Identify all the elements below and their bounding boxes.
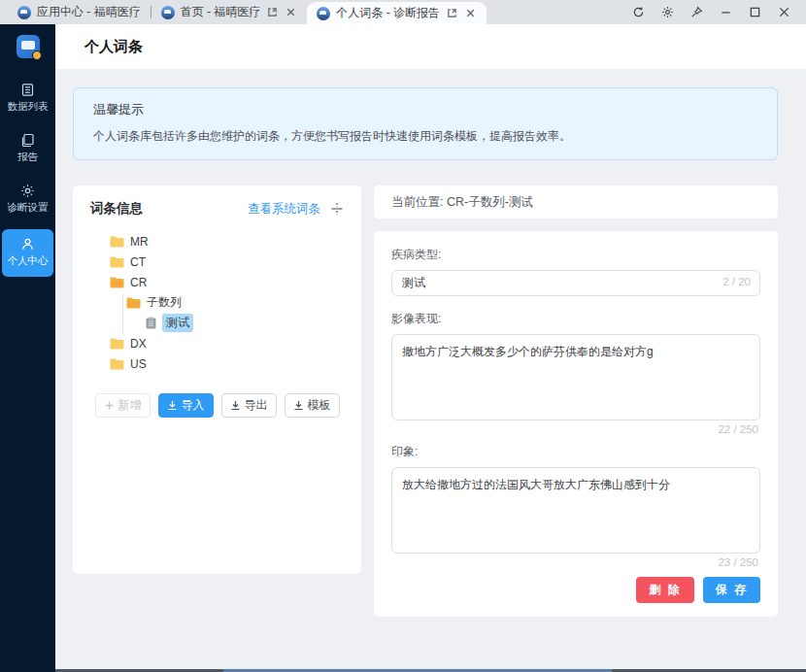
tree-node-label: 子数列 bbox=[147, 294, 182, 311]
tree-node-label: CT bbox=[130, 255, 146, 269]
tree-node-ct[interactable]: CT bbox=[90, 252, 344, 272]
current-position-text: 当前位置: CR-子数列-测试 bbox=[391, 194, 533, 211]
settings-gear-icon[interactable] bbox=[653, 0, 682, 24]
folder-icon bbox=[110, 256, 124, 268]
disease-type-input[interactable] bbox=[391, 270, 760, 296]
download-icon bbox=[293, 400, 304, 411]
folder-icon bbox=[110, 236, 124, 248]
tree-node-us[interactable]: US bbox=[90, 353, 344, 374]
popout-icon[interactable] bbox=[266, 6, 279, 18]
tab-personal-entries[interactable]: 个人词条 - 诊断报告 bbox=[307, 2, 487, 24]
tree-node-dx[interactable]: DX bbox=[90, 333, 344, 353]
export-button[interactable]: 导出 bbox=[221, 393, 277, 418]
sidebar-item-data-list[interactable]: 数据列表 bbox=[2, 78, 53, 119]
tab-title: 应用中心 - 福晴医疗 bbox=[37, 4, 141, 20]
report-icon bbox=[20, 133, 35, 148]
tree-node-label: MR bbox=[130, 235, 149, 249]
entry-tree: MR CT CR 子数列 bbox=[90, 231, 344, 374]
tree-indent-guide bbox=[122, 293, 123, 333]
tree-node-subseries[interactable]: 子数列 bbox=[90, 292, 344, 313]
download-icon bbox=[167, 400, 178, 411]
tab-close-icon[interactable] bbox=[464, 7, 477, 19]
imaging-findings-textarea[interactable]: 撒地方广泛大概发多少个的萨芬供奉的是给对方g bbox=[391, 334, 760, 420]
import-button[interactable]: 导入 bbox=[158, 393, 214, 418]
notice-body: 个人词条库包括许多由您维护的词条，方便您书写报告时快速使用词条模板，提高报告效率… bbox=[93, 128, 757, 145]
close-icon[interactable] bbox=[769, 0, 798, 24]
tab-home[interactable]: 首页 - 福晴医疗 bbox=[151, 0, 308, 24]
folder-icon bbox=[110, 358, 124, 370]
delete-button[interactable]: 删 除 bbox=[636, 577, 693, 603]
document-icon bbox=[146, 317, 156, 329]
entry-info-panel: 词条信息 查看系统词条 MR bbox=[73, 185, 361, 574]
sidebar-item-label: 报告 bbox=[17, 151, 38, 164]
tree-node-label: CR bbox=[130, 276, 147, 289]
app-logo bbox=[17, 35, 40, 58]
impression-counter: 23 / 250 bbox=[391, 556, 758, 568]
view-system-entries-link[interactable]: 查看系统词条 bbox=[248, 201, 320, 218]
impression-label: 印象: bbox=[391, 444, 760, 460]
content-area: 温馨提示 个人词条库包括许多由您维护的词条，方便您书写报告时快速使用词条模板，提… bbox=[55, 69, 806, 672]
disease-type-label: 疾病类型: bbox=[391, 247, 760, 263]
gear-icon bbox=[20, 184, 35, 198]
tree-node-label: US bbox=[130, 357, 147, 371]
tab-title: 个人词条 - 诊断报告 bbox=[336, 5, 440, 21]
app-favicon bbox=[17, 6, 31, 19]
save-button[interactable]: 保 存 bbox=[703, 577, 760, 603]
tab-title: 首页 - 福晴医疗 bbox=[181, 4, 261, 20]
sidebar-item-personal-center[interactable]: 个人中心 bbox=[2, 229, 53, 277]
person-icon bbox=[20, 237, 35, 252]
impression-textarea[interactable]: 放大给撒地方过的法国风大哥放大广东佛山感到十分 bbox=[391, 467, 760, 554]
tree-node-test[interactable]: 测试 bbox=[90, 313, 344, 333]
sidebar-item-label: 个人中心 bbox=[8, 254, 49, 268]
page-header: 个人词条 bbox=[55, 24, 806, 69]
plus-icon bbox=[104, 400, 115, 411]
entry-edit-form: 疾病类型: 2 / 20 影像表现: 撒地方广泛大概发多少个的萨芬供奉的是给对方… bbox=[374, 231, 778, 617]
list-icon bbox=[20, 83, 35, 97]
sidebar-item-report[interactable]: 报告 bbox=[2, 128, 53, 170]
app-favicon bbox=[317, 7, 330, 20]
sidebar: 数据列表 报告 诊断设置 个人中心 bbox=[0, 24, 55, 672]
tree-node-mr[interactable]: MR bbox=[90, 231, 344, 252]
entry-panel-title: 词条信息 bbox=[90, 200, 143, 218]
sidebar-item-label: 数据列表 bbox=[8, 100, 49, 114]
maximize-icon[interactable] bbox=[740, 0, 769, 24]
notice-title: 温馨提示 bbox=[93, 101, 757, 118]
download-icon bbox=[230, 400, 241, 411]
window-controls bbox=[623, 0, 806, 24]
sidebar-item-label: 诊断设置 bbox=[8, 201, 49, 215]
pin-icon[interactable] bbox=[682, 0, 711, 24]
refresh-icon[interactable] bbox=[623, 0, 653, 24]
disease-type-counter: 2 / 20 bbox=[722, 276, 751, 287]
expand-collapse-icon[interactable] bbox=[330, 202, 344, 216]
tree-node-cr[interactable]: CR bbox=[90, 272, 344, 292]
page-title: 个人词条 bbox=[84, 38, 143, 56]
app-favicon bbox=[161, 6, 175, 19]
minimize-icon[interactable] bbox=[711, 0, 740, 24]
folder-open-icon bbox=[110, 277, 124, 288]
folder-icon bbox=[110, 338, 124, 350]
browser-tab-bar: 应用中心 - 福晴医疗 首页 - 福晴医疗 个人词条 - 诊断报告 bbox=[0, 0, 806, 24]
add-entry-button[interactable]: 新增 bbox=[95, 393, 151, 418]
tab-close-icon[interactable] bbox=[285, 6, 297, 18]
tab-app-center[interactable]: 应用中心 - 福晴医疗 bbox=[8, 0, 151, 24]
imaging-findings-label: 影像表现: bbox=[391, 311, 760, 327]
current-position-bar: 当前位置: CR-子数列-测试 bbox=[374, 185, 778, 218]
notice-banner: 温馨提示 个人词条库包括许多由您维护的词条，方便您书写报告时快速使用词条模板，提… bbox=[73, 87, 778, 160]
tree-node-label: DX bbox=[130, 337, 147, 351]
popout-icon[interactable] bbox=[446, 7, 458, 19]
imaging-findings-counter: 22 / 250 bbox=[391, 423, 758, 435]
tree-node-label-selected: 测试 bbox=[162, 314, 193, 332]
sidebar-item-diagnosis-settings[interactable]: 诊断设置 bbox=[2, 179, 53, 220]
template-button[interactable]: 模板 bbox=[285, 393, 340, 418]
folder-open-icon bbox=[126, 297, 141, 309]
